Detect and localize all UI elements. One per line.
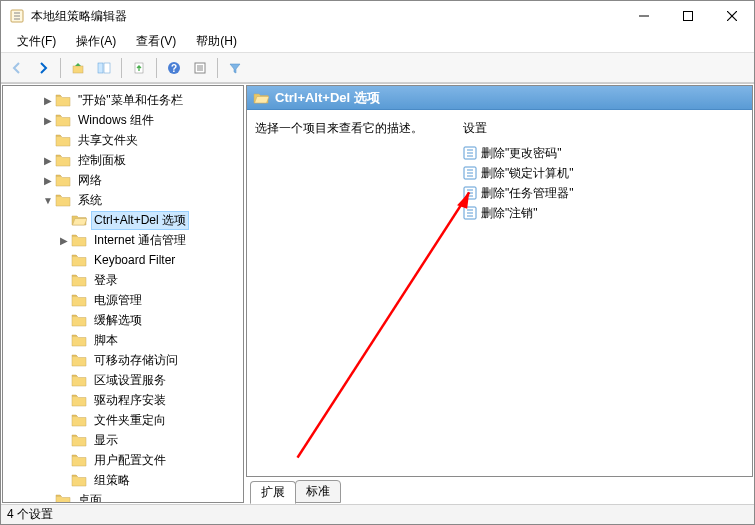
- tree-node[interactable]: ▶Keyboard Filter: [3, 250, 243, 270]
- tree-node-label: 电源管理: [91, 291, 145, 310]
- menubar: 文件(F) 操作(A) 查看(V) 帮助(H): [1, 31, 754, 53]
- tree-node-label: 系统: [75, 191, 105, 210]
- setting-item-icon: [463, 166, 477, 180]
- titlebar: 本地组策略编辑器: [1, 1, 754, 31]
- forward-button[interactable]: [31, 56, 55, 80]
- tree-node-label: 共享文件夹: [75, 131, 141, 150]
- folder-icon: [55, 193, 71, 207]
- chevron-right-icon[interactable]: ▶: [41, 155, 55, 166]
- toolbar: ?: [1, 53, 754, 83]
- chevron-right-icon[interactable]: ▶: [57, 235, 71, 246]
- chevron-down-icon[interactable]: ▼: [41, 195, 55, 206]
- details-header-text: Ctrl+Alt+Del 选项: [275, 89, 380, 107]
- minimize-button[interactable]: [622, 1, 666, 31]
- properties-button[interactable]: [188, 56, 212, 80]
- tree-node[interactable]: ▶用户配置文件: [3, 450, 243, 470]
- maximize-button[interactable]: [666, 1, 710, 31]
- tree-node[interactable]: ▼系统: [3, 190, 243, 210]
- tree-node-label: 用户配置文件: [91, 451, 169, 470]
- tree-node[interactable]: ▶Ctrl+Alt+Del 选项: [3, 210, 243, 230]
- show-hide-tree-button[interactable]: [92, 56, 116, 80]
- tree-node-label: Windows 组件: [75, 111, 157, 130]
- setting-item[interactable]: 删除"注销": [463, 203, 744, 223]
- folder-open-icon: [253, 91, 269, 105]
- tree-node[interactable]: ▶登录: [3, 270, 243, 290]
- menu-action[interactable]: 操作(A): [66, 31, 126, 52]
- tree-node-label: 显示: [91, 431, 121, 450]
- details-area: Ctrl+Alt+Del 选项 选择一个项目来查看它的描述。 设置 删除"更改密…: [246, 85, 753, 477]
- folder-icon: [71, 313, 87, 327]
- tree-node-label: 控制面板: [75, 151, 129, 170]
- setting-item[interactable]: 删除"任务管理器": [463, 183, 744, 203]
- menu-help[interactable]: 帮助(H): [186, 31, 247, 52]
- tree-node[interactable]: ▶Internet 通信管理: [3, 230, 243, 250]
- chevron-right-icon[interactable]: ▶: [41, 175, 55, 186]
- folder-icon: [71, 413, 87, 427]
- menu-view[interactable]: 查看(V): [126, 31, 186, 52]
- setting-item-label: 删除"任务管理器": [481, 185, 574, 202]
- settings-header[interactable]: 设置: [463, 120, 744, 137]
- tree-node[interactable]: ▶控制面板: [3, 150, 243, 170]
- tree-node[interactable]: ▶"开始"菜单和任务栏: [3, 90, 243, 110]
- tree-node[interactable]: ▶Windows 组件: [3, 110, 243, 130]
- help-button[interactable]: ?: [162, 56, 186, 80]
- setting-item[interactable]: 删除"更改密码": [463, 143, 744, 163]
- folder-icon: [55, 173, 71, 187]
- setting-item-icon: [463, 206, 477, 220]
- tree-node[interactable]: ▶网络: [3, 170, 243, 190]
- window-title: 本地组策略编辑器: [31, 8, 622, 25]
- folder-icon: [71, 353, 87, 367]
- right-pane: Ctrl+Alt+Del 选项 选择一个项目来查看它的描述。 设置 删除"更改密…: [246, 85, 753, 503]
- settings-list: 删除"更改密码"删除"锁定计算机"删除"任务管理器"删除"注销": [463, 143, 744, 223]
- folder-icon: [55, 493, 71, 503]
- folder-icon: [71, 373, 87, 387]
- up-level-button[interactable]: [66, 56, 90, 80]
- statusbar-text: 4 个设置: [7, 506, 53, 523]
- setting-item-label: 删除"更改密码": [481, 145, 562, 162]
- tree-node-label: 脚本: [91, 331, 121, 350]
- tree-node[interactable]: ▶脚本: [3, 330, 243, 350]
- tree-node[interactable]: ▶可移动存储访问: [3, 350, 243, 370]
- filter-button[interactable]: [223, 56, 247, 80]
- folder-icon: [71, 253, 87, 267]
- folder-icon: [71, 273, 87, 287]
- tree-node[interactable]: ▶缓解选项: [3, 310, 243, 330]
- tree-node-label: 桌面: [75, 491, 105, 504]
- setting-item-label: 删除"注销": [481, 205, 538, 222]
- tree-node-label: 文件夹重定向: [91, 411, 169, 430]
- setting-item[interactable]: 删除"锁定计算机": [463, 163, 744, 183]
- main-window: 本地组策略编辑器 文件(F) 操作(A) 查看(V) 帮助(H): [0, 0, 755, 525]
- tree-pane[interactable]: ▶"开始"菜单和任务栏▶Windows 组件▶共享文件夹▶控制面板▶网络▼系统▶…: [2, 85, 244, 503]
- chevron-right-icon[interactable]: ▶: [41, 115, 55, 126]
- tab-extended[interactable]: 扩展: [250, 481, 296, 504]
- svg-rect-14: [104, 63, 110, 73]
- export-button[interactable]: [127, 56, 151, 80]
- tree-node[interactable]: ▶桌面: [3, 490, 243, 503]
- svg-rect-12: [73, 66, 83, 73]
- tree-node[interactable]: ▶显示: [3, 430, 243, 450]
- svg-rect-9: [684, 12, 693, 21]
- tree-node[interactable]: ▶电源管理: [3, 290, 243, 310]
- statusbar: 4 个设置: [1, 504, 754, 524]
- tree-node[interactable]: ▶区域设置服务: [3, 370, 243, 390]
- tree-node[interactable]: ▶驱动程序安装: [3, 390, 243, 410]
- details-description: 选择一个项目来查看它的描述。: [255, 120, 423, 476]
- setting-item-label: 删除"锁定计算机": [481, 165, 574, 182]
- tree-node-label: Keyboard Filter: [91, 252, 178, 268]
- tree-node[interactable]: ▶组策略: [3, 470, 243, 490]
- folder-icon: [71, 433, 87, 447]
- tab-standard[interactable]: 标准: [295, 480, 341, 503]
- chevron-right-icon[interactable]: ▶: [41, 95, 55, 106]
- folder-icon: [71, 393, 87, 407]
- folder-icon: [71, 233, 87, 247]
- settings-column: 设置 删除"更改密码"删除"锁定计算机"删除"任务管理器"删除"注销": [463, 120, 744, 476]
- close-button[interactable]: [710, 1, 754, 31]
- tree-node-label: 缓解选项: [91, 311, 145, 330]
- tree-node[interactable]: ▶文件夹重定向: [3, 410, 243, 430]
- tree-node-label: 区域设置服务: [91, 371, 169, 390]
- setting-item-icon: [463, 186, 477, 200]
- folder-icon: [55, 133, 71, 147]
- back-button[interactable]: [5, 56, 29, 80]
- tree-node[interactable]: ▶共享文件夹: [3, 130, 243, 150]
- menu-file[interactable]: 文件(F): [7, 31, 66, 52]
